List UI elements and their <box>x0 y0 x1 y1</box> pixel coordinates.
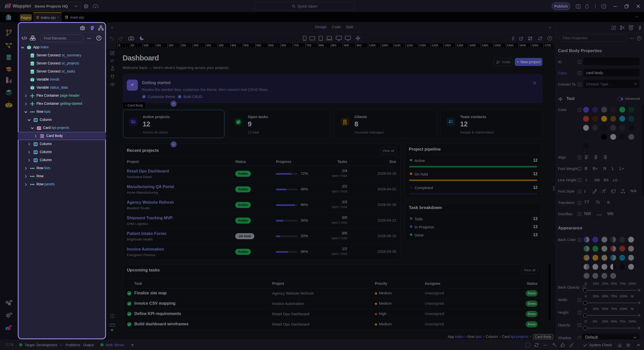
svg-text:?: ? <box>98 36 100 40</box>
